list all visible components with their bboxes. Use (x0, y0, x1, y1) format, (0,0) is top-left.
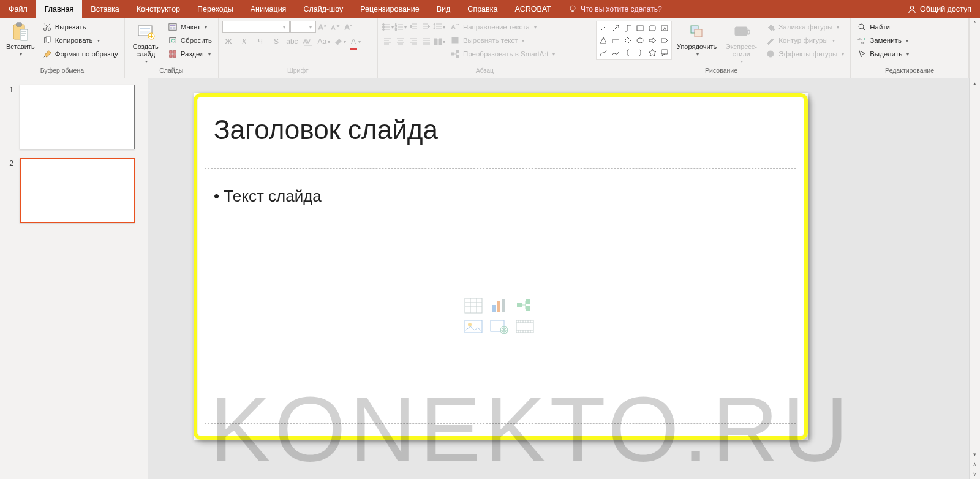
clear-formatting-button[interactable]: A (342, 21, 355, 33)
insert-table-icon[interactable] (464, 298, 483, 314)
tab-view[interactable]: Вид (428, 0, 459, 18)
chevron-down-icon: ▾ (208, 51, 211, 57)
format-painter-button[interactable]: Формат по образцу (40, 48, 121, 60)
replace-button[interactable]: abacЗаменить▾ (854, 34, 911, 47)
ribbon-collapse-button[interactable]: ˄ (969, 18, 980, 78)
convert-smartart-button[interactable]: Преобразовать в SmartArt▾ (448, 48, 558, 60)
thumbnail-preview[interactable] (20, 158, 135, 223)
align-right-button[interactable] (407, 36, 420, 48)
bullets-button[interactable]: ▾ (382, 21, 394, 33)
shape-fill-button[interactable]: Заливка фигуры▾ (763, 21, 846, 33)
tab-help[interactable]: Справка (459, 0, 506, 18)
next-slide-button[interactable]: ⋎ (970, 469, 980, 479)
thumbnail-1[interactable]: 1 (7, 85, 140, 149)
arrange-label: Упорядочить (677, 43, 717, 50)
font-color-button[interactable]: A▾ (350, 36, 362, 48)
shape-effects-button[interactable]: Эффекты фигуры▾ (763, 48, 846, 60)
reset-label: Сбросить (181, 37, 212, 44)
content-placeholder[interactable]: Текст слайда (205, 179, 796, 424)
thumbnail-number: 1 (7, 85, 13, 94)
svg-text:3: 3 (395, 28, 397, 31)
shape-star-icon (647, 47, 658, 58)
tab-transitions[interactable]: Переходы (189, 0, 242, 18)
chevron-down-icon: ▾ (145, 59, 148, 64)
tab-animations[interactable]: Анимация (242, 0, 295, 18)
arrange-icon (687, 22, 707, 42)
tab-design[interactable]: Конструктор (128, 0, 189, 18)
align-left-button[interactable] (382, 36, 394, 48)
tab-acrobat[interactable]: ACROBAT (506, 0, 560, 18)
thumbnail-2[interactable]: 2 (7, 158, 140, 223)
insert-chart-icon[interactable] (490, 298, 508, 314)
tab-review[interactable]: Рецензирование (352, 0, 428, 18)
insert-smartart-icon[interactable] (516, 298, 534, 314)
effects-icon (766, 49, 775, 59)
cursor-icon (857, 49, 867, 59)
tab-file[interactable]: Файл (0, 0, 36, 18)
thumbnail-preview[interactable] (20, 85, 135, 149)
justify-button[interactable] (420, 36, 432, 48)
svg-rect-11 (140, 31, 150, 34)
strikethrough-button[interactable]: abc (286, 36, 298, 48)
share-button[interactable]: Общий доступ (899, 0, 980, 18)
columns-button[interactable]: ▾ (433, 36, 445, 48)
layout-button[interactable]: Макет▾ (165, 21, 214, 33)
font-name-combo[interactable]: ▾ (222, 21, 290, 33)
title-placeholder[interactable]: Заголовок слайда (205, 107, 796, 169)
text-direction-button[interactable]: A Направление текста▾ (448, 21, 558, 33)
scroll-down-button[interactable]: ▾ (970, 450, 980, 459)
prev-slide-button[interactable]: ⋏ (970, 459, 980, 469)
insert-video-icon[interactable] (516, 319, 534, 334)
underline-button[interactable]: Ч (254, 36, 266, 48)
cut-button[interactable]: Вырезать (40, 21, 121, 33)
shrink-font-button[interactable]: A (330, 21, 342, 33)
align-text-button[interactable]: Выровнять текст▾ (448, 34, 558, 47)
slide-canvas[interactable]: Заголовок слайда Текст слайда KONEKTO.RU (148, 78, 969, 479)
group-paragraph-label: Абзац (382, 67, 588, 78)
align-center-button[interactable] (394, 36, 407, 48)
decrease-indent-button[interactable] (407, 21, 420, 33)
chevron-down-icon: ▾ (97, 38, 100, 43)
align-text-icon (450, 36, 460, 45)
shape-outline-button[interactable]: Контур фигуры▾ (763, 34, 846, 47)
shadow-button[interactable]: S (270, 36, 282, 48)
font-size-combo[interactable]: ▾ (290, 21, 316, 33)
tab-slideshow[interactable]: Слайд-шоу (295, 0, 352, 18)
shapes-gallery[interactable]: A (596, 21, 672, 60)
tell-me-search[interactable]: Что вы хотите сделать? (560, 0, 671, 18)
char-spacing-button[interactable]: AV (302, 36, 314, 48)
section-button[interactable]: Раздел▾ (165, 48, 214, 60)
svg-rect-4 (20, 29, 28, 40)
tab-insert[interactable]: Вставка (82, 0, 127, 18)
shape-arrow-icon (610, 23, 621, 34)
line-spacing-button[interactable]: ▾ (433, 21, 445, 33)
insert-picture-icon[interactable] (464, 319, 483, 334)
copy-button[interactable]: Копировать▾ (40, 34, 121, 47)
arrange-button[interactable]: Упорядочить▾ (674, 21, 719, 58)
italic-button[interactable]: К (238, 36, 251, 48)
highlight-button[interactable]: ▾ (334, 36, 346, 48)
change-case-button[interactable]: Aa▾ (318, 36, 330, 48)
search-icon (857, 22, 867, 32)
chevron-down-icon: ▾ (20, 51, 22, 57)
find-button[interactable]: Найти (854, 21, 911, 33)
numbering-button[interactable]: 123▾ (394, 21, 407, 33)
insert-online-picture-icon[interactable] (490, 319, 508, 334)
reset-button[interactable]: Сбросить (165, 34, 214, 47)
bold-button[interactable]: Ж (222, 36, 235, 48)
scroll-up-button[interactable]: ▴ (970, 78, 980, 88)
svg-text:A: A (331, 25, 335, 31)
select-button[interactable]: Выделить▾ (854, 48, 911, 60)
shape-triangle-icon (598, 35, 609, 46)
quick-styles-button[interactable]: Abc Экспресс-стили▾ (722, 21, 761, 66)
tab-home[interactable]: Главная (36, 0, 83, 18)
new-slide-button[interactable]: Создать слайд ▾ (129, 21, 163, 66)
paste-button[interactable]: Вставить ▾ (4, 21, 37, 58)
grow-font-button[interactable]: A (317, 21, 329, 33)
shape-oval-icon (635, 35, 646, 46)
svg-rect-15 (170, 27, 172, 29)
vertical-scrollbar[interactable]: ▴ ▾ ⋏ ⋎ (969, 78, 980, 479)
scroll-track[interactable] (970, 88, 980, 450)
shape-roundrect-icon (647, 23, 658, 34)
increase-indent-button[interactable] (420, 21, 432, 33)
